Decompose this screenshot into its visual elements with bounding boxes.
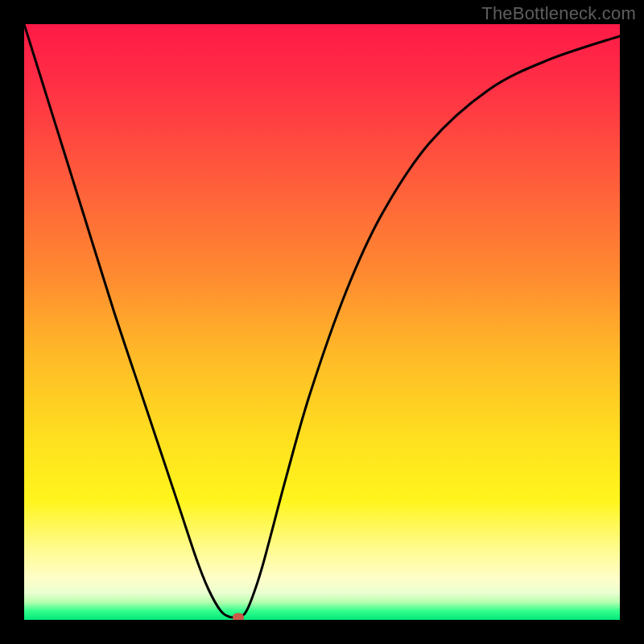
- bottleneck-curve: [24, 24, 620, 617]
- chart-frame: TheBottleneck.com: [0, 0, 644, 644]
- watermark-text: TheBottleneck.com: [481, 3, 636, 24]
- marker-dot: [233, 613, 244, 620]
- curve-svg: [24, 24, 620, 620]
- plot-area: [24, 24, 620, 620]
